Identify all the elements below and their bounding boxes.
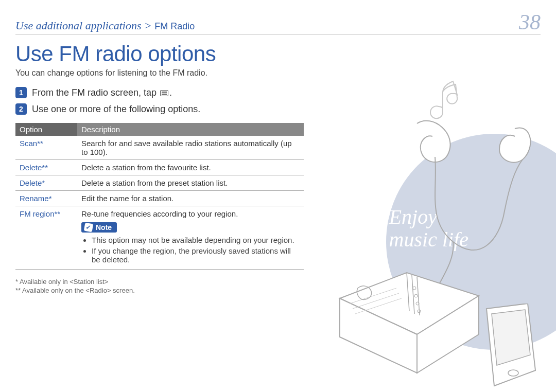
option-cell: Scan** (15, 136, 77, 160)
svg-point-1 (414, 294, 418, 297)
illustration: Enjoy music life (319, 62, 556, 376)
svg-point-2 (416, 302, 419, 305)
earbuds-icon (396, 108, 541, 304)
desc-cell: Delete a station from the preset station… (77, 175, 304, 191)
options-table: Option Description Scan** Search for and… (15, 123, 304, 270)
breadcrumb-main: Use additional applications (15, 19, 141, 32)
option-cell: Delete** (15, 160, 77, 175)
note-badge: ✓ Note (81, 222, 117, 233)
table-row: Rename* Edit the name for a station. (15, 191, 304, 206)
option-cell: FM region** (15, 206, 77, 270)
breadcrumb-sep: > (144, 19, 152, 32)
step-1-text: From the FM radio screen, tap . (32, 87, 172, 98)
option-cell: Delete* (15, 175, 77, 191)
notebook-icon (329, 268, 489, 376)
desc-cell: Search for and save available radio stat… (77, 136, 304, 160)
table-row: Scan** Search for and save available rad… (15, 136, 304, 160)
table-head-option: Option (15, 123, 77, 136)
step-1: 1 From the FM radio screen, tap . (15, 87, 304, 98)
table-row: Delete* Delete a station from the preset… (15, 175, 304, 191)
table-row: FM region** Re-tune frequencies accordin… (15, 206, 304, 270)
steps-list: 1 From the FM radio screen, tap . 2 Use … (15, 87, 304, 115)
footnote-2: ** Available only on the <Radio> screen. (15, 287, 304, 294)
breadcrumb-bar: Use additional applications > FM Radio 3… (15, 11, 541, 34)
enjoy-text: Enjoy music life (389, 206, 468, 251)
breadcrumb: Use additional applications > FM Radio (15, 19, 195, 32)
music-note-icon (427, 77, 463, 123)
step-2-text: Use one or more of the following options… (32, 104, 200, 115)
svg-point-3 (418, 310, 421, 313)
note-box: ✓ Note This option may not be available … (81, 222, 300, 264)
svg-point-0 (413, 287, 416, 290)
page-title: Use FM radio options (15, 42, 304, 66)
check-icon: ✓ (84, 223, 94, 233)
table-head-desc: Description (77, 123, 304, 136)
footnotes: * Available only in <Station list> ** Av… (15, 278, 304, 294)
background-circle (386, 134, 556, 350)
note-item: If you change the region, the previously… (92, 246, 300, 264)
note-item: This option may not be available dependi… (92, 236, 300, 244)
footnote-1: * Available only in <Station list> (15, 278, 304, 286)
svg-point-4 (508, 370, 518, 376)
note-label: Note (96, 223, 112, 231)
intro-text: You can change options for listening to … (15, 68, 304, 78)
table-row: Delete** Delete a station from the favou… (15, 160, 304, 175)
step-number-badge: 2 (15, 103, 27, 115)
fmregion-desc-top: Re-tune frequencies according to your re… (81, 209, 300, 218)
desc-cell: Delete a station from the favourite list… (77, 160, 304, 175)
option-cell: Rename* (15, 191, 77, 206)
desc-cell: Re-tune frequencies according to your re… (77, 206, 304, 270)
desc-cell: Edit the name for a station. (77, 191, 304, 206)
menu-icon (160, 90, 168, 96)
note-list: This option may not be available dependi… (81, 236, 300, 264)
media-player-icon (476, 304, 538, 391)
page-number: 38 (519, 11, 541, 33)
step-2: 2 Use one or more of the following optio… (15, 103, 304, 115)
breadcrumb-sub: FM Radio (154, 21, 195, 31)
step-number-badge: 1 (15, 87, 27, 98)
